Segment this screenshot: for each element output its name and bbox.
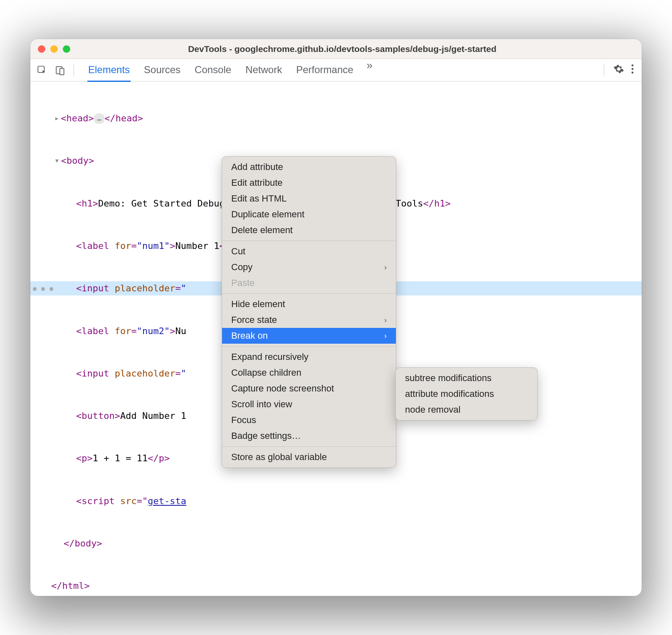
separator [74,64,74,76]
ctx-capture-node-screenshot[interactable]: Capture node screenshot [222,381,396,396]
dom-script[interactable]: <script src="get-sta [30,494,642,508]
dom-head[interactable]: <head>…</head> [30,111,642,126]
gutter-dots-icon[interactable]: ● ● ● [33,284,54,293]
ctx-badge-settings[interactable]: Badge settings… [222,428,396,444]
toolbar-right [601,64,634,77]
kebab-menu-icon[interactable] [631,64,634,77]
more-tabs-icon[interactable]: » [367,59,373,81]
ctx-copy[interactable]: Copy› [222,259,396,275]
device-toolbar-icon[interactable] [53,63,68,78]
svg-rect-2 [60,68,64,74]
chevron-right-icon: › [384,316,387,325]
ctx-collapse-children[interactable]: Collapse children [222,365,396,381]
tab-performance[interactable]: Performance [295,59,354,81]
ctx-scroll-into-view[interactable]: Scroll into view [222,396,396,412]
ctx-paste: Paste [222,275,396,291]
ctx-force-state[interactable]: Force state› [222,312,396,328]
submenu-attribute-modifications[interactable]: attribute modifications [396,386,537,402]
panel-tabs: Elements Sources Console Network Perform… [87,59,598,81]
ellipsis-icon[interactable]: … [94,113,105,124]
settings-icon[interactable] [613,64,624,77]
separator [604,64,604,76]
tab-network[interactable]: Network [245,59,283,81]
chevron-right-icon: › [384,332,387,340]
ctx-add-attribute[interactable]: Add attribute [222,159,396,175]
ctx-store-global-variable[interactable]: Store as global variable [222,449,396,465]
tab-sources[interactable]: Sources [143,59,181,81]
ctx-delete-element[interactable]: Delete element [222,222,396,238]
close-window-button[interactable] [38,45,45,53]
separator [222,241,396,241]
svg-point-4 [632,68,634,70]
ctx-focus[interactable]: Focus [222,412,396,428]
dom-html-close[interactable]: </html> [30,579,642,593]
submenu-node-removal[interactable]: node removal [396,402,537,418]
submenu-subtree-modifications[interactable]: subtree modifications [396,370,537,386]
tab-console[interactable]: Console [194,59,232,81]
ctx-duplicate-element[interactable]: Duplicate element [222,207,396,222]
ctx-cut[interactable]: Cut [222,244,396,259]
separator [222,293,396,294]
ctx-hide-element[interactable]: Hide element [222,296,396,312]
separator [222,446,396,447]
context-menu: Add attribute Edit attribute Edit as HTM… [222,156,396,468]
svg-point-3 [632,64,634,66]
dom-body-close[interactable]: </body> [30,537,642,551]
break-on-submenu: subtree modifications attribute modifica… [395,367,538,421]
tab-elements[interactable]: Elements [87,59,131,82]
window-title: DevTools - googlechrome.github.io/devtoo… [50,44,634,54]
ctx-expand-recursively[interactable]: Expand recursively [222,349,396,365]
main-toolbar: Elements Sources Console Network Perform… [30,59,642,81]
devtools-window: DevTools - googlechrome.github.io/devtoo… [30,39,642,596]
svg-point-5 [632,71,634,74]
ctx-break-on[interactable]: Break on› [222,328,396,344]
inspect-element-icon[interactable] [35,63,49,78]
ctx-edit-attribute[interactable]: Edit attribute [222,175,396,191]
ctx-edit-as-html[interactable]: Edit as HTML [222,191,396,207]
titlebar: DevTools - googlechrome.github.io/devtoo… [30,39,642,59]
separator [222,346,396,347]
chevron-right-icon: › [384,263,387,272]
